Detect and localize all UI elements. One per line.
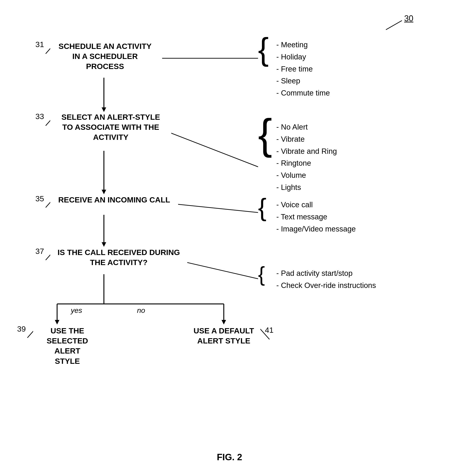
list2-item1: - No Alert (276, 121, 337, 133)
brace-char-2: { (258, 113, 272, 155)
svg-marker-13 (222, 320, 226, 324)
brace-char-1: { (258, 33, 269, 65)
node-39-line3: STYLE (33, 356, 102, 366)
node-31-line3: PROCESS (50, 61, 160, 71)
ref-label-37: 37 (35, 247, 44, 256)
svg-line-16 (169, 203, 258, 212)
branch-no: no (137, 306, 145, 315)
ref-label-33: 33 (35, 112, 44, 121)
ref-30: 30 (404, 14, 413, 23)
brace-list-1: { - Meeting - Holiday - Free time - Slee… (258, 38, 330, 99)
svg-line-0 (386, 21, 402, 30)
node-41-line2: ALERT STYLE (187, 336, 260, 346)
node-35-text: RECEIVE AN INCOMING CALL (50, 195, 178, 205)
list1-item2: - Holiday (276, 51, 330, 63)
list4-item1: - Pad activity start/stop (276, 267, 376, 280)
ref-label-35: 35 (35, 194, 44, 203)
svg-marker-10 (55, 320, 59, 324)
node-35: RECEIVE AN INCOMING CALL (50, 195, 178, 205)
node-39-line2: SELECTED ALERT (33, 336, 102, 356)
list2-item3: - Vibrate and Ring (276, 145, 337, 157)
node-37: IS THE CALL RECEIVED DURING THE ACTIVITY… (50, 247, 187, 267)
node-31: SCHEDULE AN ACTIVITY IN A SCHEDULER PROC… (50, 41, 160, 72)
node-41: USE A DEFAULT ALERT STYLE (187, 326, 260, 346)
diagram-container: 30 31 SCHEDULE AN ACTIVITY IN A SCHEDULE… (0, 0, 459, 476)
brace-char-3: { (258, 195, 267, 220)
svg-line-15 (167, 131, 258, 167)
brace-char-4: { (258, 264, 265, 284)
list3-item3: - Image/Video message (276, 223, 356, 235)
node-33: SELECT AN ALERT-STYLE TO ASSOCIATE WITH … (50, 112, 171, 142)
node-33-line3: ACTIVITY (50, 132, 171, 142)
node-31-line1: SCHEDULE AN ACTIVITY (50, 41, 160, 51)
list3-item1: - Voice call (276, 199, 356, 211)
node-33-line1: SELECT AN ALERT-STYLE (50, 112, 171, 122)
branch-yes: yes (71, 306, 82, 315)
list1-item1: - Meeting (276, 39, 330, 51)
brace-list-3: { - Voice call - Text message - Image/Vi… (258, 199, 356, 235)
node-37-line1: IS THE CALL RECEIVED DURING (50, 247, 187, 257)
node-31-line2: IN A SCHEDULER (50, 51, 160, 61)
svg-marker-4 (102, 190, 106, 194)
list2-item5: - Volume (276, 169, 337, 181)
list2-item4: - Ringtone (276, 157, 337, 169)
svg-line-23 (260, 329, 269, 339)
node-37-line2: THE ACTIVITY? (50, 257, 187, 267)
ref-label-39: 39 (17, 324, 26, 333)
node-39: USE THE SELECTED ALERT STYLE (33, 326, 102, 366)
ref-label-31: 31 (35, 40, 44, 49)
svg-marker-2 (102, 107, 106, 112)
list1-item3: - Free time (276, 63, 330, 75)
list1-item4: - Sleep (276, 75, 330, 87)
node-39-line1: USE THE (33, 326, 102, 336)
brace-list-2: { - No Alert - Vibrate - Vibrate and Rin… (258, 121, 337, 194)
figure-label: FIG. 2 (217, 452, 242, 462)
node-41-line1: USE A DEFAULT (187, 326, 260, 336)
list2-item2: - Vibrate (276, 133, 337, 145)
brace-list-4: { - Pad activity start/stop - Check Over… (258, 267, 376, 292)
list4-item2: - Check Over-ride instructions (276, 280, 376, 292)
svg-marker-6 (102, 242, 106, 247)
list3-item2: - Text message (276, 211, 356, 223)
node-33-line2: TO ASSOCIATE WITH THE (50, 122, 171, 132)
list2-item6: - Lights (276, 181, 337, 194)
ref-number-30: 30 (404, 14, 413, 23)
list1-item5: - Commute time (276, 87, 330, 99)
